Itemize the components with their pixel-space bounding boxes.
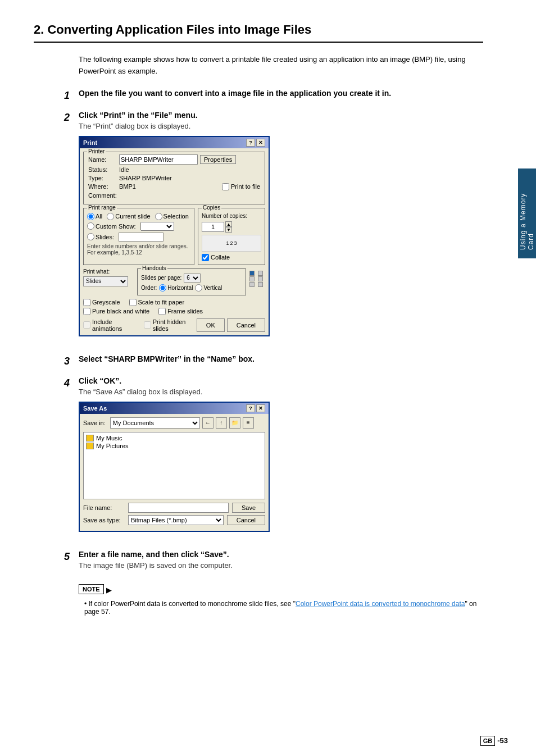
horizontal-radio[interactable]	[159, 284, 166, 292]
slides-radio[interactable]	[87, 233, 94, 240]
pure-bw-label: Pure black and white	[92, 308, 149, 315]
print-cancel-button[interactable]: Cancel	[227, 318, 265, 332]
print-dialog: Print ? ✕ Printer Name: Propert	[79, 136, 270, 336]
frame-slides-label: Frame slides	[167, 308, 203, 315]
saveas-newfolder-btn[interactable]: 📁	[229, 417, 240, 429]
slides-per-page-select[interactable]: 6	[184, 274, 201, 283]
printer-legend: Printer	[87, 148, 106, 154]
slide-mini-1	[249, 271, 255, 276]
saveas-view-btn[interactable]: ≡	[243, 417, 254, 429]
side-tab: Using a Memory Card	[518, 168, 536, 258]
step-5-desc: The image file (BMP) is saved on the com…	[79, 561, 483, 570]
print-what-select[interactable]: Slides	[83, 276, 128, 286]
dialog-help-btn[interactable]: ?	[246, 139, 255, 147]
slides-per-page-label: Slides per page:	[141, 275, 181, 281]
print-hidden-label: Print hidden slides	[153, 318, 194, 332]
greyscale-checkbox[interactable]	[83, 299, 90, 306]
vertical-radio[interactable]	[195, 284, 202, 292]
step-1-title: Open the file you want to convert into a…	[79, 89, 483, 98]
saveas-cancel-button[interactable]: Cancel	[227, 515, 265, 525]
status-label: Status:	[88, 166, 119, 173]
type-label: Type:	[88, 175, 119, 181]
name-input[interactable]	[119, 154, 198, 165]
print-hidden-checkbox[interactable]	[144, 321, 151, 329]
current-slide-radio[interactable]	[107, 213, 114, 220]
dialog-close-btn[interactable]: ✕	[256, 139, 265, 147]
saveas-back-btn[interactable]: ←	[202, 417, 214, 429]
save-as-type-row: Save as type: Bitmap Files (*.bmp) Cance…	[83, 515, 265, 525]
where-value: BMP1	[119, 183, 136, 190]
saveas-up-btn[interactable]: ↑	[216, 417, 227, 429]
print-dialog-titlebar: Print ? ✕	[80, 137, 269, 148]
saveas-dialog-titlebar: Save As ? ✕	[80, 403, 269, 414]
print-ok-button[interactable]: OK	[197, 318, 225, 332]
slides-hint: Enter slide numbers and/or slide ranges.…	[87, 243, 190, 256]
saveas-file-area: My Music My Pictures	[83, 432, 265, 499]
step-5-number: 5	[34, 550, 79, 563]
file-name-input[interactable]	[128, 503, 229, 513]
note-link[interactable]: Color PowerPoint data is converted to mo…	[296, 600, 465, 608]
include-animations-checkbox[interactable]	[83, 321, 90, 329]
all-label: All	[96, 213, 102, 220]
properties-button[interactable]: Properties	[200, 155, 236, 164]
selection-radio[interactable]	[155, 213, 162, 220]
print-to-file-label: Print to file	[231, 183, 260, 190]
slide-mini-3	[249, 276, 255, 281]
order-label: Order:	[141, 285, 157, 291]
selection-label: Selection	[163, 213, 189, 220]
page-title: 2. Converting Application Files into Ima…	[34, 22, 483, 43]
slide-mini-4	[258, 276, 263, 281]
copies-up-btn[interactable]: ▲	[225, 221, 232, 227]
slide-mini-6	[258, 282, 263, 287]
name-label: Name:	[88, 156, 119, 163]
frame-slides-checkbox[interactable]	[158, 308, 166, 315]
saveas-close-btn[interactable]: ✕	[256, 404, 265, 412]
print-dialog-title: Print	[83, 139, 97, 146]
all-radio[interactable]	[87, 213, 94, 220]
saveas-toolbar: Save in: My Documents ← ↑ 📁 ≡	[83, 417, 265, 429]
saveas-save-button[interactable]: Save	[232, 503, 265, 513]
step-3: 3 Select “SHARP BMPWriter” in the “Name”…	[34, 354, 483, 367]
collate-label: Collate	[211, 254, 230, 261]
custom-show-radio[interactable]	[87, 222, 94, 230]
save-as-type-select[interactable]: Bitmap Files (*.bmp)	[128, 515, 224, 525]
note-label: NOTE	[79, 584, 104, 594]
slides-input[interactable]	[119, 233, 163, 242]
step-5-title: Enter a file name, and then click “Save”…	[79, 550, 483, 559]
print-to-file-checkbox[interactable]	[222, 183, 229, 190]
print-range-section: Print range All Current slide	[83, 208, 194, 265]
copies-input[interactable]	[202, 222, 224, 232]
saveas-help-btn[interactable]: ?	[246, 404, 255, 412]
copies-section: Copies Number of copies: ▲ ▼ 123	[198, 208, 265, 265]
file-item-music[interactable]: My Music	[86, 435, 262, 441]
slide-mini-5	[249, 282, 255, 287]
copies-down-btn[interactable]: ▼	[225, 227, 232, 233]
handouts-legend: Handouts	[141, 265, 167, 271]
pure-bw-checkbox[interactable]	[83, 308, 90, 315]
print-range-legend: Print range	[87, 204, 117, 211]
scale-checkbox[interactable]	[129, 299, 137, 306]
scale-label: Scale to fit paper	[138, 299, 185, 306]
save-in-label: Save in:	[83, 420, 106, 426]
file-name-label: File name:	[83, 504, 128, 511]
step-4-title: Click “OK”.	[79, 376, 483, 385]
custom-show-select[interactable]	[140, 222, 174, 231]
printer-section: Printer Name: Properties Status: Idle	[83, 152, 265, 204]
where-label: Where:	[88, 183, 119, 190]
copies-label: Number of copies:	[202, 213, 261, 219]
saveas-dialog: Save As ? ✕ Save in: My Documents ← ↑	[79, 402, 270, 532]
step-1: 1 Open the file you want to convert into…	[34, 89, 483, 102]
comment-label: Comment:	[88, 192, 119, 199]
status-value: Idle	[119, 166, 129, 173]
custom-show-label: Custom Show:	[96, 223, 136, 230]
current-slide-label: Current slide	[115, 213, 150, 220]
greyscale-label: Greyscale	[92, 299, 120, 306]
include-animations-label: Include animations	[92, 318, 135, 332]
collate-checkbox[interactable]	[202, 254, 209, 261]
step-2-title: Click “Print” in the “File” menu.	[79, 111, 483, 120]
slide-mini-2	[258, 271, 263, 276]
save-in-select[interactable]: My Documents	[110, 417, 200, 429]
file-item-pictures[interactable]: My Pictures	[86, 443, 262, 449]
type-value: SHARP BMPWriter	[119, 175, 172, 181]
step-5: 5 Enter a file name, and then click “Sav…	[34, 550, 483, 575]
